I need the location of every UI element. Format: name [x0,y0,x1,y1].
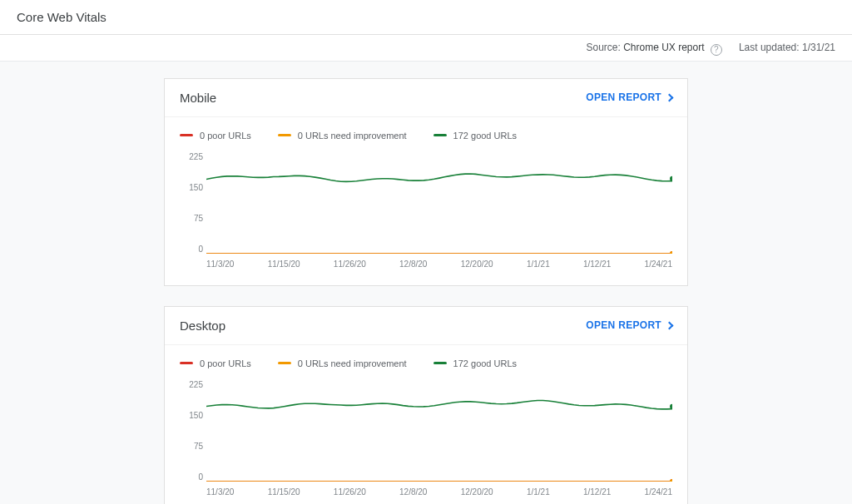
card-header: Mobile OPEN REPORT [165,79,687,117]
card-title: Mobile [180,91,216,105]
swatch-need-icon [278,134,291,136]
x-tick: 11/3/20 [206,259,234,269]
last-updated-value: 1/31/21 [802,42,835,53]
last-updated-label: Last updated: [739,42,800,53]
x-tick: 11/15/20 [268,487,300,497]
y-tick: 0 [198,472,203,482]
card-mobile: Mobile OPEN REPORT 0 poor URLs 0 URLs ne… [164,78,688,286]
x-tick: 1/24/21 [645,259,672,269]
x-tick: 11/15/20 [268,259,300,269]
page-header: Core Web Vitals [0,0,852,35]
plot [206,156,672,254]
legend-label: 172 good URLs [453,358,517,368]
open-report-button[interactable]: OPEN REPORT [586,91,672,103]
page-title: Core Web Vitals [17,10,835,24]
chevron-right-icon [666,93,674,101]
swatch-poor-icon [180,362,193,364]
source-label: Source: [586,42,620,53]
svg-point-6 [670,479,672,482]
source-link[interactable]: Chrome UX report [623,42,704,53]
legend-item-good: 172 good URLs [433,131,517,141]
swatch-good-icon [433,134,447,136]
legend: 0 poor URLs 0 URLs need improvement 172 … [180,117,672,152]
card-body: 0 poor URLs 0 URLs need improvement 172 … [165,117,687,285]
x-tick: 12/8/20 [399,259,427,269]
y-tick: 150 [189,183,203,192]
swatch-poor-icon [180,134,193,136]
chart-svg [206,156,672,254]
open-report-button[interactable]: OPEN REPORT [586,319,672,331]
legend-item-need: 0 URLs need improvement [278,131,407,141]
card-desktop: Desktop OPEN REPORT 0 poor URLs 0 URLs n… [164,306,688,505]
x-tick: 1/12/21 [583,487,611,497]
y-tick: 75 [194,442,203,451]
y-tick: 150 [189,411,203,420]
x-axis: 11/3/20 11/15/20 11/26/20 12/8/20 12/20/… [206,259,672,269]
open-report-label: OPEN REPORT [586,91,661,103]
y-tick: 225 [189,152,203,161]
svg-point-2 [670,251,672,254]
x-tick: 11/26/20 [334,259,366,269]
x-tick: 1/1/21 [527,259,550,269]
legend-item-poor: 0 poor URLs [180,358,251,368]
legend-label: 0 poor URLs [200,131,251,141]
legend: 0 poor URLs 0 URLs need improvement 172 … [180,345,672,380]
meta-row: Source: Chrome UX report ? Last updated:… [0,35,852,62]
help-icon[interactable]: ? [711,44,722,56]
chevron-right-icon [666,321,674,329]
y-tick: 0 [198,245,203,254]
x-tick: 12/20/20 [461,259,493,269]
x-tick: 1/12/21 [583,259,611,269]
swatch-need-icon [278,362,291,364]
y-axis: 225 150 75 0 [180,380,203,482]
x-tick: 1/1/21 [527,487,550,497]
legend-label: 0 poor URLs [200,358,251,368]
legend-item-good: 172 good URLs [433,358,517,368]
page-body: Mobile OPEN REPORT 0 poor URLs 0 URLs ne… [0,62,852,505]
y-axis: 225 150 75 0 [180,152,203,254]
x-tick: 12/20/20 [461,487,493,497]
card-title: Desktop [180,319,225,333]
x-tick: 12/8/20 [399,487,427,497]
legend-label: 0 URLs need improvement [298,131,407,141]
legend-item-poor: 0 poor URLs [180,131,251,141]
source-block: Source: Chrome UX report ? [586,42,721,54]
svg-point-7 [670,403,672,408]
chart-area: 225 150 75 0 11/3/20 11/15/20 11/26/20 1… [180,152,672,269]
card-body: 0 poor URLs 0 URLs need improvement 172 … [165,345,687,505]
swatch-good-icon [433,362,447,364]
last-updated-block: Last updated: 1/31/21 [739,42,835,53]
x-tick: 1/24/21 [645,487,672,497]
x-tick: 11/3/20 [206,487,234,497]
legend-item-need: 0 URLs need improvement [278,358,407,368]
plot [206,383,672,482]
chart-area: 225 150 75 0 11/3/20 11/15/20 11/26/20 1… [180,380,672,497]
x-axis: 11/3/20 11/15/20 11/26/20 12/8/20 12/20/… [206,487,672,497]
card-header: Desktop OPEN REPORT [165,307,687,345]
chart-svg [206,383,672,482]
open-report-label: OPEN REPORT [586,319,661,331]
legend-label: 0 URLs need improvement [298,358,407,368]
y-tick: 75 [194,214,203,223]
x-tick: 11/26/20 [334,487,366,497]
y-tick: 225 [189,380,203,389]
legend-label: 172 good URLs [453,131,517,141]
